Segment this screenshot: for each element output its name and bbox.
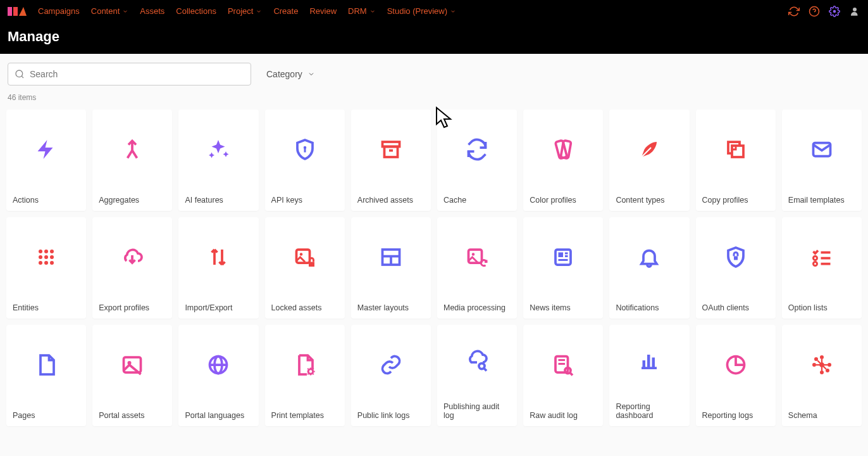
card-notifications[interactable]: Notifications xyxy=(609,217,689,319)
topbar-actions xyxy=(788,6,860,17)
nav-item-studio-preview-[interactable]: Studio (Preview) xyxy=(387,6,456,16)
search-box[interactable] xyxy=(8,63,251,86)
svg-point-66 xyxy=(820,370,824,374)
nav-item-project[interactable]: Project xyxy=(228,6,262,16)
search-icon xyxy=(15,69,25,79)
card-aggregates[interactable]: Aggregates xyxy=(92,110,172,211)
bolt-icon xyxy=(6,110,86,189)
card-label: Import/Export xyxy=(178,297,258,319)
category-filter[interactable]: Category xyxy=(264,64,318,84)
svg-point-22 xyxy=(50,255,54,259)
svg-line-58 xyxy=(571,373,573,376)
card-master-layouts[interactable]: Master layouts xyxy=(351,217,431,319)
svg-rect-1 xyxy=(13,7,18,16)
link-icon xyxy=(351,325,431,405)
settings-icon[interactable] xyxy=(829,6,840,17)
search-input[interactable] xyxy=(30,69,244,79)
svg-point-52 xyxy=(479,364,485,369)
nav-item-review[interactable]: Review xyxy=(309,6,337,16)
card-import-export[interactable]: Import/Export xyxy=(178,217,258,319)
sparkles-icon xyxy=(178,110,258,189)
chevron-down-icon xyxy=(450,8,456,15)
card-email-templates[interactable]: Email templates xyxy=(782,110,862,211)
nav-item-collections[interactable]: Collections xyxy=(176,6,216,16)
nav-item-content[interactable]: Content xyxy=(91,6,129,16)
card-label: Raw audit log xyxy=(523,405,603,426)
svg-line-75 xyxy=(817,360,821,364)
nav-item-campaigns[interactable]: Campaigns xyxy=(38,6,80,16)
card-portal-assets[interactable]: Portal assets xyxy=(92,325,172,426)
card-label: Copy profiles xyxy=(696,189,776,211)
svg-point-67 xyxy=(812,363,816,367)
card-cache[interactable]: Cache xyxy=(437,110,517,211)
svg-rect-36 xyxy=(559,253,564,258)
bell-icon xyxy=(609,217,689,297)
svg-point-21 xyxy=(44,255,48,259)
card-archived-assets[interactable]: Archived assets xyxy=(351,110,431,211)
card-entities[interactable]: Entities xyxy=(6,217,86,319)
card-label: Aggregates xyxy=(92,189,172,211)
svg-rect-10 xyxy=(384,147,397,158)
main-nav: CampaignsContentAssetsCollectionsProject… xyxy=(38,6,456,16)
card-label: Portal assets xyxy=(92,405,172,426)
nav-item-create[interactable]: Create xyxy=(273,6,298,16)
doc-search-icon xyxy=(523,325,603,405)
card-label: Archived assets xyxy=(351,189,431,211)
network-icon xyxy=(782,325,862,405)
card-locked-assets[interactable]: Locked assets xyxy=(265,217,345,319)
toolbar: Category xyxy=(0,54,868,91)
card-pages[interactable]: Pages xyxy=(6,325,86,426)
card-actions[interactable]: Actions xyxy=(6,110,86,211)
svg-point-69 xyxy=(814,357,818,361)
card-api-keys[interactable]: API keys xyxy=(265,110,345,211)
card-portal-languages[interactable]: Portal languages xyxy=(178,325,258,426)
help-icon[interactable] xyxy=(809,6,820,17)
checklist-icon xyxy=(782,217,862,297)
card-reporting-dashboard[interactable]: Reporting dashboard xyxy=(609,325,689,426)
svg-rect-15 xyxy=(732,146,743,157)
card-label: Reporting logs xyxy=(696,405,776,426)
feather-icon xyxy=(609,110,689,189)
shield-lock-icon xyxy=(696,217,776,297)
card-label: Content types xyxy=(609,189,689,211)
card-label: Cache xyxy=(437,189,517,211)
card-media-processing[interactable]: Media processing xyxy=(437,217,517,319)
nav-item-drm[interactable]: DRM xyxy=(348,6,376,16)
card-label: AI features xyxy=(178,189,258,211)
card-content-types[interactable]: Content types xyxy=(609,110,689,211)
page-title: Manage xyxy=(8,28,860,45)
logo[interactable] xyxy=(8,6,27,17)
chevron-down-icon xyxy=(122,8,128,15)
card-label: Option lists xyxy=(782,297,862,319)
card-schema[interactable]: Schema xyxy=(782,325,862,426)
card-export-profiles[interactable]: Export profiles xyxy=(92,217,172,319)
svg-rect-62 xyxy=(652,358,655,369)
card-publishing-audit-log[interactable]: Publishing audit log xyxy=(437,325,517,426)
svg-point-19 xyxy=(50,250,54,253)
svg-point-23 xyxy=(39,261,42,265)
card-news-items[interactable]: News items xyxy=(523,217,603,319)
cloud-search-icon xyxy=(437,325,517,396)
card-label: Color profiles xyxy=(523,189,603,211)
svg-marker-2 xyxy=(19,7,27,16)
card-color-profiles[interactable]: Color profiles xyxy=(523,110,603,211)
card-oauth-clients[interactable]: OAuth clients xyxy=(696,217,776,319)
card-raw-audit-log[interactable]: Raw audit log xyxy=(523,325,603,426)
card-label: Master layouts xyxy=(351,297,431,319)
svg-point-51 xyxy=(308,369,313,374)
card-option-lists[interactable]: Option lists xyxy=(782,217,862,319)
pie-icon xyxy=(696,325,776,405)
sync-icon[interactable] xyxy=(788,6,800,17)
svg-line-7 xyxy=(22,76,23,78)
card-ai-features[interactable]: AI features xyxy=(178,110,258,211)
svg-line-76 xyxy=(823,366,826,369)
card-reporting-logs[interactable]: Reporting logs xyxy=(696,325,776,426)
nav-item-assets[interactable]: Assets xyxy=(140,6,164,16)
user-icon[interactable] xyxy=(849,6,860,17)
card-copy-profiles[interactable]: Copy profiles xyxy=(696,110,776,211)
layout-icon xyxy=(351,217,431,297)
card-public-link-logs[interactable]: Public link logs xyxy=(351,325,431,426)
card-print-templates[interactable]: Print templates xyxy=(265,325,345,426)
card-label: Entities xyxy=(6,297,86,319)
card-label: Reporting dashboard xyxy=(609,396,689,426)
